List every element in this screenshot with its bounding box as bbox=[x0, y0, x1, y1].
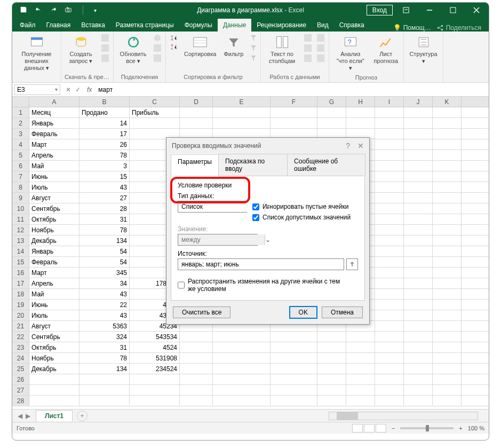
tab-insert[interactable]: Вставка bbox=[76, 19, 110, 32]
row-header[interactable]: 1 bbox=[12, 107, 29, 117]
row-header[interactable]: 4 bbox=[12, 139, 29, 150]
sort-asc-button[interactable]: AЯ bbox=[169, 34, 179, 42]
row-header[interactable]: 22 bbox=[12, 332, 29, 342]
cell[interactable] bbox=[433, 193, 462, 203]
cell[interactable]: Май bbox=[29, 161, 79, 171]
cell[interactable] bbox=[404, 246, 433, 256]
cell[interactable] bbox=[375, 150, 404, 160]
cell[interactable] bbox=[433, 342, 462, 352]
cell[interactable] bbox=[433, 364, 462, 374]
get-external-data-button[interactable]: Получение внешних данных ▾ bbox=[15, 34, 58, 73]
cell[interactable]: Январь bbox=[29, 246, 79, 256]
cell[interactable]: Июнь bbox=[29, 171, 79, 182]
row-header[interactable]: 13 bbox=[12, 235, 29, 246]
cell[interactable] bbox=[375, 310, 404, 320]
cell[interactable] bbox=[433, 182, 462, 192]
view-normal-button[interactable] bbox=[352, 424, 363, 433]
cell[interactable] bbox=[180, 342, 213, 352]
cell[interactable]: 4524 bbox=[130, 342, 180, 352]
cell[interactable]: 26 bbox=[79, 139, 130, 150]
view-pagebreak-button[interactable] bbox=[376, 424, 386, 433]
cell[interactable]: 78 bbox=[79, 150, 130, 160]
cell[interactable] bbox=[375, 235, 404, 246]
cell[interactable] bbox=[375, 257, 404, 267]
propagate-checkbox[interactable]: Распространить изменения на другие ячейк… bbox=[178, 278, 358, 293]
row-header[interactable]: 5 bbox=[12, 150, 29, 160]
dialog-close-icon[interactable]: ✕ bbox=[357, 142, 364, 150]
cell[interactable] bbox=[404, 129, 433, 139]
cell[interactable] bbox=[404, 353, 433, 363]
row-header[interactable]: 11 bbox=[12, 214, 29, 224]
row-header[interactable]: 16 bbox=[12, 268, 29, 278]
cell[interactable] bbox=[375, 129, 404, 139]
signin-button[interactable]: Вход bbox=[367, 5, 393, 15]
cell[interactable]: Август bbox=[29, 321, 79, 331]
zoom-in-button[interactable]: + bbox=[459, 425, 462, 431]
tab-home[interactable]: Главная bbox=[41, 19, 76, 32]
cell[interactable]: Октябрь bbox=[29, 214, 79, 224]
column-header[interactable]: D bbox=[180, 97, 213, 107]
cell[interactable] bbox=[375, 107, 404, 117]
cell[interactable] bbox=[375, 246, 404, 256]
refresh-all-button[interactable]: Обновить все ▾ bbox=[117, 34, 149, 66]
clear-filter-button[interactable] bbox=[249, 34, 258, 42]
cancel-button[interactable]: Отмена bbox=[322, 306, 363, 318]
forecast-sheet-button[interactable]: Лист прогноза bbox=[372, 34, 400, 66]
cell[interactable] bbox=[433, 268, 462, 278]
cell[interactable] bbox=[317, 332, 346, 342]
cell[interactable] bbox=[375, 171, 404, 182]
cell[interactable] bbox=[404, 214, 433, 224]
column-header[interactable]: J bbox=[404, 97, 433, 107]
select-all-corner[interactable] bbox=[12, 97, 29, 107]
cell[interactable] bbox=[404, 150, 433, 160]
cell[interactable] bbox=[404, 182, 433, 192]
column-header[interactable]: B bbox=[79, 97, 130, 107]
cell[interactable] bbox=[213, 353, 271, 363]
cell[interactable] bbox=[375, 225, 404, 235]
cell[interactable] bbox=[375, 278, 404, 288]
cell[interactable] bbox=[213, 332, 271, 342]
horizontal-scrollbar[interactable] bbox=[329, 412, 478, 420]
advanced-button[interactable] bbox=[249, 54, 258, 62]
column-header[interactable]: F bbox=[271, 97, 317, 107]
cell[interactable] bbox=[375, 321, 404, 331]
cell[interactable] bbox=[317, 118, 346, 128]
cell[interactable]: Сентябрь bbox=[29, 203, 79, 214]
cell[interactable] bbox=[433, 139, 462, 150]
cell[interactable]: 31 bbox=[79, 342, 130, 352]
cell[interactable]: Август bbox=[29, 193, 79, 203]
cell[interactable] bbox=[433, 171, 462, 182]
new-query-button[interactable]: Создать запрос ▾ bbox=[65, 34, 97, 66]
cell[interactable]: 22 bbox=[79, 300, 130, 310]
cell[interactable]: 324 bbox=[79, 332, 130, 342]
cell[interactable]: Ноябрь bbox=[29, 353, 79, 363]
cell[interactable] bbox=[404, 171, 433, 182]
cell[interactable] bbox=[375, 182, 404, 192]
cell[interactable] bbox=[404, 289, 433, 299]
cell[interactable] bbox=[433, 300, 462, 310]
outline-button[interactable]: Структура ▾ bbox=[407, 34, 440, 66]
cell[interactable]: 34 bbox=[79, 278, 130, 288]
cell[interactable] bbox=[433, 235, 462, 246]
close-icon[interactable] bbox=[466, 3, 487, 18]
edit-links-button[interactable] bbox=[153, 54, 162, 62]
tell-me-input[interactable]: Помощ… bbox=[403, 24, 431, 32]
cell[interactable] bbox=[271, 107, 317, 117]
cell[interactable] bbox=[346, 332, 375, 342]
cell[interactable]: Прибыль bbox=[130, 107, 180, 117]
clear-all-button[interactable]: Очистить все bbox=[173, 306, 230, 318]
enter-formula-icon[interactable]: ✓ bbox=[75, 86, 81, 93]
sheet-nav-prev-icon[interactable]: ◀ bbox=[18, 412, 22, 420]
cell[interactable]: Май bbox=[29, 289, 79, 299]
sheet-nav-next-icon[interactable]: ▶ bbox=[26, 412, 30, 420]
cell[interactable] bbox=[433, 118, 462, 128]
cell[interactable] bbox=[346, 353, 375, 363]
cell[interactable] bbox=[375, 214, 404, 224]
what-if-button[interactable]: ?Анализ "что если" ▾ bbox=[332, 34, 369, 73]
cell[interactable] bbox=[271, 342, 317, 352]
consolidate-button[interactable] bbox=[316, 34, 325, 42]
cell[interactable] bbox=[213, 107, 271, 117]
cell[interactable] bbox=[375, 353, 404, 363]
source-input[interactable] bbox=[178, 258, 344, 270]
cell[interactable]: Апрель bbox=[29, 150, 79, 160]
